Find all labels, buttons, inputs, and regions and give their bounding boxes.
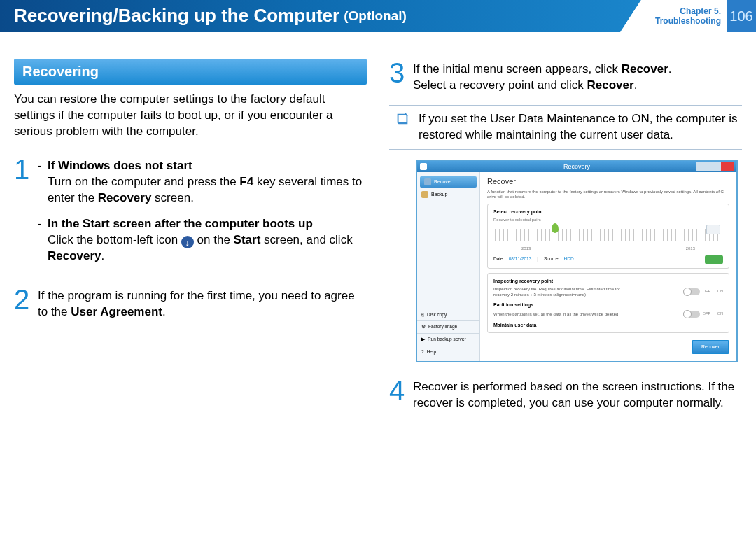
page-header: Recovering/Backing up the Computer (Opti… [0, 0, 756, 32]
step-number: 3 [389, 59, 413, 94]
minimize-icon[interactable] [696, 162, 708, 171]
recover-button[interactable]: Recover [692, 340, 729, 353]
maximize-icon[interactable] [708, 162, 721, 171]
window-app-icon [420, 163, 427, 170]
note-text: If you set the User Data Maintenance to … [419, 111, 738, 143]
panel-heading: Inspecting recovery point [493, 278, 723, 284]
chapter-name: Troubleshooting [655, 16, 721, 26]
section-heading: Recovering [14, 59, 367, 85]
main-panel: Recover A function that recovers the com… [480, 172, 736, 361]
page-number: 106 [727, 0, 756, 32]
sidebar-item-run-backup[interactable]: ▶Run backup server [417, 333, 479, 346]
toggle-switch[interactable] [683, 288, 700, 295]
select-recovery-point-panel: Select recovery point Recover to selecte… [487, 204, 729, 269]
factory-icon: ⚙ [421, 324, 426, 330]
meta-row: Date 08/11/2013 | Source HDD [493, 255, 723, 264]
right-column: 3 If the initial menu screen appears, cl… [389, 59, 742, 423]
bullet-dash: - [38, 216, 48, 265]
step-3: 3 If the initial menu screen appears, cl… [389, 59, 742, 94]
intro-text: You can restore the computer settings to… [14, 92, 367, 140]
substep-body: Turn on the computer and press the F4 ke… [48, 174, 367, 206]
note-box: If you set the User Data Maintenance to … [389, 105, 742, 150]
step-body: Recover is performed based on the screen… [413, 376, 742, 411]
sidebar-item-help[interactable]: ?Help [417, 346, 479, 358]
pin-icon[interactable] [552, 223, 559, 233]
sidebar-item-recover[interactable]: Recover [420, 176, 477, 188]
sidebar: Recover Backup ⎘Disk copy ⚙Factory image… [417, 172, 480, 361]
sidebar-item-factory[interactable]: ⚙Factory image [417, 320, 479, 333]
step-2: 2 If the program is running for the firs… [14, 285, 367, 320]
chapter-info: Chapter 5. Troubleshooting [627, 0, 727, 32]
window-title: Recovery [564, 162, 590, 171]
header-title: Recovering/Backing up the Computer [14, 3, 340, 28]
panel-desc: A function that recovers the computer to… [487, 190, 729, 199]
step-4: 4 Recover is performed based on the scre… [389, 376, 742, 411]
step-number: 4 [389, 376, 413, 411]
note-icon [393, 111, 412, 127]
panel-title: Recover [487, 176, 729, 187]
recovery-screenshot: Recovery Recover Backup ⎘Disk copy ⚙Fact… [416, 160, 738, 362]
chapter-number: Chapter 5. [655, 6, 721, 16]
panel-heading: Partition settings [493, 302, 723, 308]
confirm-button[interactable] [705, 255, 723, 264]
toggle-switch[interactable] [683, 311, 700, 318]
folder-icon[interactable] [706, 225, 720, 234]
substep-body: Click the bottom-left icon ↓ on the Star… [48, 232, 367, 265]
recover-icon [424, 178, 431, 185]
sidebar-item-backup[interactable]: Backup [417, 189, 479, 200]
down-arrow-icon: ↓ [181, 236, 194, 248]
step-1: 1 - If Windows does not start Turn on th… [14, 155, 367, 274]
panel-heading: Maintain user data [493, 322, 723, 328]
header-subtitle: (Optional) [344, 7, 407, 25]
backup-icon [421, 191, 428, 198]
substep-title: If Windows does not start [48, 158, 367, 174]
help-icon: ? [421, 349, 424, 355]
panel-subtext: Recover to selected point [493, 217, 723, 223]
panel-heading: Select recovery point [493, 209, 723, 215]
window-titlebar: Recovery [417, 161, 736, 172]
run-icon: ▶ [421, 337, 425, 343]
bullet-dash: - [38, 158, 48, 206]
close-icon[interactable] [721, 162, 734, 171]
step-body: If the program is running for the first … [38, 285, 367, 320]
step-number: 2 [14, 285, 38, 320]
sidebar-item-disk-copy[interactable]: ⎘Disk copy [417, 309, 479, 321]
inspecting-panel: Inspecting recovery point Inspection rec… [487, 273, 729, 334]
left-column: Recovering You can restore the computer … [14, 59, 367, 423]
timeline-slider[interactable] [495, 229, 722, 241]
substep-title: In the Start screen after the computer b… [48, 216, 367, 232]
step-number: 1 [14, 155, 38, 274]
disk-icon: ⎘ [421, 312, 424, 318]
step-body: If the initial menu screen appears, clic… [413, 59, 672, 94]
